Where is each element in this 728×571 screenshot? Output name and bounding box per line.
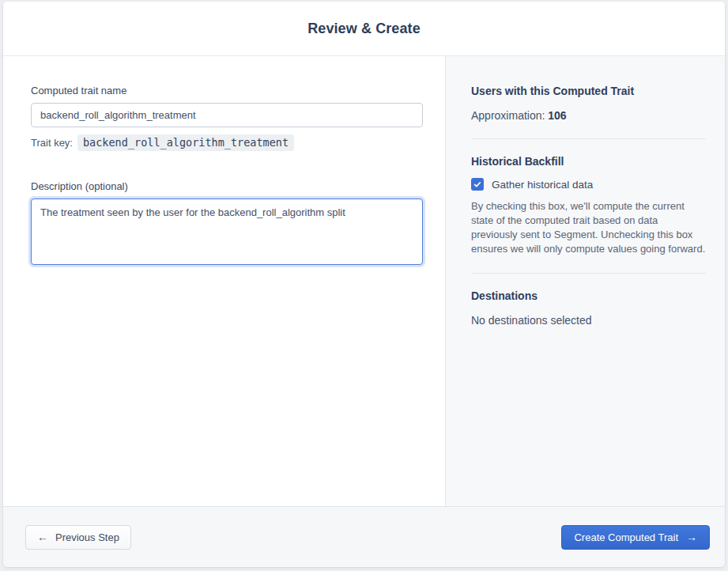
divider: [471, 138, 706, 139]
description-label: Description (optional): [31, 180, 423, 192]
create-computed-trait-button[interactable]: Create Computed Trait →: [561, 525, 710, 550]
approximation-text: Approximation: 106: [471, 109, 706, 122]
destinations-empty-text: No destinations selected: [471, 314, 706, 327]
trait-key-label: Trait key:: [31, 137, 73, 149]
trait-key-badge: backend_roll_algorithm_treatment: [77, 134, 294, 151]
trait-name-label: Computed trait name: [31, 85, 423, 96]
previous-step-label: Previous Step: [55, 531, 119, 543]
checkbox-checked-icon[interactable]: [471, 178, 484, 191]
footer-actions: ← Previous Step Create Computed Trait →: [3, 506, 725, 567]
trait-name-input[interactable]: [31, 103, 423, 127]
page-title: Review & Create: [307, 21, 421, 37]
arrow-right-icon: →: [686, 531, 697, 543]
divider: [471, 273, 706, 274]
trait-key-row: Trait key: backend_roll_algorithm_treatm…: [31, 134, 423, 151]
gather-historical-checkbox-row[interactable]: Gather historical data: [471, 178, 706, 191]
content-row: Computed trait name Trait key: backend_r…: [3, 56, 725, 506]
backfill-heading: Historical Backfill: [471, 155, 706, 168]
previous-step-button[interactable]: ← Previous Step: [25, 525, 131, 550]
arrow-left-icon: ←: [37, 531, 48, 543]
approximation-label: Approximation:: [471, 109, 548, 122]
create-computed-trait-label: Create Computed Trait: [574, 531, 678, 543]
description-textarea[interactable]: The treatment seen by the user for the b…: [31, 199, 423, 265]
trait-form-panel: Computed trait name Trait key: backend_r…: [3, 56, 445, 506]
backfill-description: By checking this box, we'll compute the …: [471, 199, 706, 256]
header: Review & Create: [3, 2, 725, 56]
gather-historical-label: Gather historical data: [492, 179, 593, 191]
review-create-card: Review & Create Computed trait name Trai…: [3, 2, 725, 567]
users-heading: Users with this Computed Trait: [471, 85, 706, 97]
approximation-value: 106: [548, 109, 566, 122]
summary-sidebar: Users with this Computed Trait Approxima…: [445, 56, 725, 506]
destinations-heading: Destinations: [471, 289, 706, 302]
